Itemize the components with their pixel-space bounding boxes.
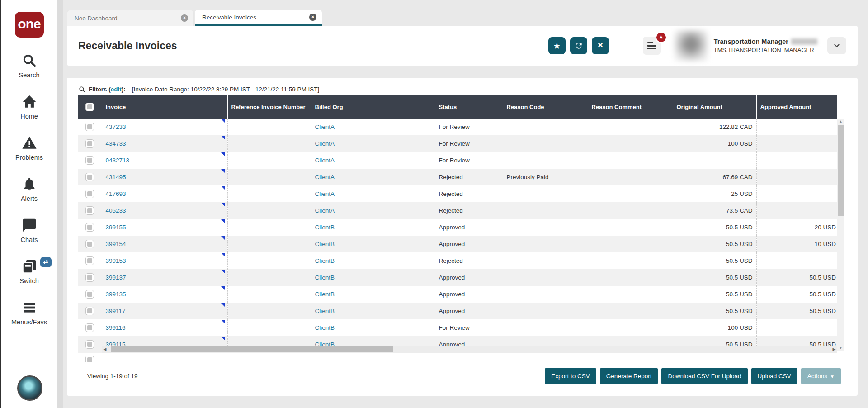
invoice-link[interactable]: 399153 <box>106 257 126 264</box>
reason-code-cell <box>503 219 588 236</box>
vertical-scrollbar[interactable]: ▲ ▼ <box>837 119 844 351</box>
billed-org-link[interactable]: ClientA <box>315 174 335 180</box>
row-select-cell <box>78 303 102 319</box>
horizontal-scrollbar-thumb[interactable] <box>111 346 393 352</box>
horizontal-scrollbar[interactable]: ◀ ▶ <box>102 346 837 353</box>
billed-org-link[interactable]: ClientB <box>315 241 335 247</box>
actions-dropdown-button[interactable]: Actions▼ <box>801 368 841 384</box>
row-checkbox[interactable] <box>85 206 94 215</box>
tab-label: Receivable Invoices <box>202 14 256 21</box>
download-csv-for-upload-button[interactable]: Download CSV For Upload <box>661 368 747 384</box>
user-menu-dropdown-button[interactable] <box>827 37 846 54</box>
billed-org-link[interactable]: ClientB <box>315 274 335 281</box>
close-screen-button[interactable]: × <box>592 37 609 54</box>
sidebar-item-alerts[interactable]: Alerts <box>1 176 58 202</box>
row-checkbox[interactable] <box>85 139 94 148</box>
billed-org-link[interactable]: ClientA <box>315 207 335 214</box>
invoice-link[interactable]: 399116 <box>106 324 126 331</box>
reason-code-cell: Previously Paid <box>503 169 588 185</box>
billed-org-link[interactable]: ClientA <box>315 123 335 130</box>
billed-org-link[interactable]: ClientA <box>315 157 335 164</box>
billed-org-link[interactable]: ClientA <box>315 140 335 147</box>
column-header-status[interactable]: Status <box>435 95 503 119</box>
invoice-link[interactable]: 399135 <box>106 291 126 298</box>
tab-neo-dashboard[interactable]: Neo Dashboard × <box>67 10 194 26</box>
sidebar-item-problems[interactable]: Problems <box>1 135 58 161</box>
column-header-approved-amount[interactable]: Approved Amount <box>756 95 837 119</box>
close-tab-icon[interactable]: × <box>309 14 316 21</box>
vertical-scrollbar-thumb[interactable] <box>838 125 844 216</box>
row-checkbox[interactable] <box>85 290 94 299</box>
refresh-button[interactable] <box>570 37 587 54</box>
billed-org-link[interactable]: ClientB <box>315 291 335 298</box>
billed-org-cell: ClientB <box>311 286 435 303</box>
column-header-reason-comment[interactable]: Reason Comment <box>588 95 673 119</box>
row-checkbox[interactable] <box>85 223 94 232</box>
favorite-button[interactable]: ★ <box>548 37 566 54</box>
scroll-right-arrow-icon[interactable]: ▶ <box>831 346 837 353</box>
invoice-link[interactable]: 0432713 <box>106 157 130 164</box>
row-checkbox[interactable] <box>85 240 94 248</box>
invoice-link[interactable]: 405233 <box>106 207 126 214</box>
column-header-invoice[interactable]: Invoice <box>102 95 227 119</box>
sidebar-item-menus-favs[interactable]: Menus/Favs <box>1 300 58 326</box>
invoice-link[interactable]: 417693 <box>106 190 126 197</box>
scroll-down-arrow-icon[interactable]: ▼ <box>837 345 844 351</box>
tab-receivable-invoices[interactable]: Receivable Invoices × <box>195 10 322 26</box>
sidebar-item-home[interactable]: Home <box>1 94 58 120</box>
one-logo[interactable]: one <box>15 12 44 38</box>
switch-swap-badge[interactable]: ⇄ <box>40 257 52 267</box>
invoice-link[interactable]: 399154 <box>106 241 126 247</box>
home-icon <box>22 94 37 111</box>
scroll-left-arrow-icon[interactable]: ◀ <box>102 346 108 353</box>
billed-org-link[interactable]: ClientA <box>315 190 335 197</box>
sidebar-item-chats[interactable]: Chats <box>1 218 58 243</box>
sidebar-item-switch[interactable]: ⇄ Switch <box>1 259 58 285</box>
column-header-reference-invoice-number[interactable]: Reference Invoice Number <box>227 95 311 119</box>
row-checkbox[interactable] <box>85 173 94 181</box>
partially-visible-row <box>78 353 858 362</box>
invoice-link[interactable]: 437233 <box>106 123 126 130</box>
billed-org-link[interactable]: ClientB <box>315 324 335 331</box>
scroll-up-arrow-icon[interactable]: ▲ <box>837 119 844 125</box>
invoice-link[interactable]: 399117 <box>106 308 126 314</box>
billed-org-link[interactable]: ClientB <box>315 308 335 314</box>
smart-link-corner-icon <box>221 119 225 123</box>
close-tab-icon[interactable]: × <box>181 14 188 22</box>
invoice-link[interactable]: 434733 <box>106 140 126 147</box>
row-checkbox[interactable] <box>85 340 94 349</box>
approved-amount-cell: 50.5 USD <box>756 286 837 303</box>
generate-report-button[interactable]: Generate Report <box>600 368 658 384</box>
row-checkbox[interactable] <box>85 323 94 332</box>
select-all-checkbox[interactable] <box>85 103 94 111</box>
invoice-link[interactable]: 399155 <box>106 224 126 231</box>
export-to-csv-button[interactable]: Export to CSV <box>545 368 596 384</box>
edit-filters-link[interactable]: edit <box>111 86 122 93</box>
row-checkbox[interactable] <box>85 190 94 198</box>
column-header-billed-org[interactable]: Billed Org <box>311 95 435 119</box>
row-checkbox[interactable] <box>85 123 94 131</box>
row-select-cell <box>78 286 102 303</box>
row-checkbox[interactable] <box>85 273 94 282</box>
approved-amount-cell <box>756 119 837 135</box>
billed-org-link[interactable]: ClientB <box>315 224 335 231</box>
checkbox-mark <box>87 124 92 129</box>
table-row: 399154ClientBApproved50.5 USD10 USD <box>78 236 837 252</box>
column-header-reason-code[interactable]: Reason Code <box>503 95 588 119</box>
row-checkbox[interactable] <box>85 256 94 265</box>
invoice-link[interactable]: 431495 <box>106 174 126 180</box>
quick-menu-button[interactable]: ★ <box>643 37 661 55</box>
row-select-cell <box>78 185 102 202</box>
row-checkbox[interactable] <box>85 156 94 165</box>
billed-org-cell: ClientB <box>311 303 435 319</box>
column-header-original-amount[interactable]: Original Amount <box>673 95 756 119</box>
row-select-cell <box>78 319 102 336</box>
invoice-link[interactable]: 399137 <box>106 274 126 281</box>
billed-org-link[interactable]: ClientB <box>315 257 335 264</box>
user-avatar[interactable] <box>675 30 708 61</box>
upload-csv-button[interactable]: Upload CSV <box>751 368 797 384</box>
sidebar-item-search[interactable]: Search <box>1 53 58 79</box>
row-checkbox[interactable] <box>85 307 94 315</box>
row-checkbox[interactable] <box>85 356 94 362</box>
profile-avatar[interactable] <box>17 375 42 401</box>
